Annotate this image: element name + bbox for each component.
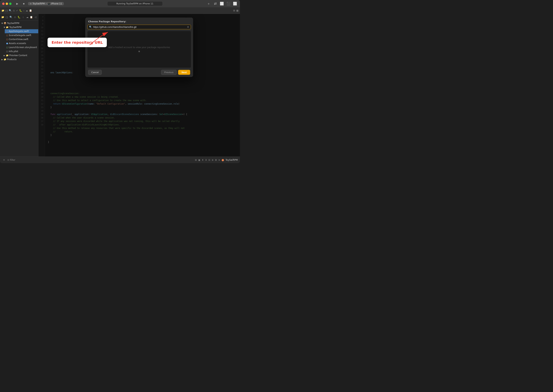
run-status: Running ToySwiftPM on iPhone 11 — [107, 2, 162, 6]
bottom-icon-8: ➤ — [218, 159, 220, 161]
device-icon: 📱 — [48, 2, 50, 5]
dialog-overlay: Choose Package Repository: 🔍 ✕ Add a hos… — [38, 14, 240, 156]
tree-root[interactable]: ▼ 📦 ToySwiftPM — [0, 21, 38, 25]
minimize-button[interactable] — [6, 3, 8, 5]
cancel-button[interactable]: Cancel — [88, 70, 102, 75]
tree-item-contentview[interactable]: ◻ ContentView.swift — [5, 37, 38, 41]
device-name: iPhone 11 — [51, 2, 62, 5]
add-file-button[interactable]: + — [2, 158, 6, 162]
preview-content-label: Preview Content — [9, 54, 27, 57]
bottom-icon-6: ⊕ — [212, 159, 214, 161]
callout-bubble: Enter the repository URL — [48, 38, 107, 47]
scheme-name: ToySwiftPM — [33, 2, 45, 5]
project-folder-icon: 📦 — [4, 22, 7, 25]
file-name-infoplist: Info.plist — [9, 50, 18, 53]
tree-item-scenedelegate[interactable]: ◻ SceneDelegate.swift — [5, 33, 38, 37]
code-btn[interactable]: { } — [6, 9, 8, 12]
layout-button-3[interactable]: ⬛ — [226, 1, 231, 6]
sidebar-folder-btn[interactable]: 📁 — [1, 15, 4, 19]
empty-state-text: Add a hosted account to view your packag… — [108, 46, 170, 49]
sidebar-debug-btn[interactable]: 🐛 — [17, 15, 21, 19]
scheme-icon: ⚙ — [30, 3, 32, 5]
bottom-right: ⊞ ▣ ⬆ ⬇ ⊟ ⊕ ⊠ ➤ ⬤ ToySwiftPM — [195, 159, 238, 161]
layout-button-4[interactable]: ⬜ — [232, 1, 238, 6]
chevron-down-icon: ▼ — [1, 22, 3, 24]
file-name-launchscreen: LaunchScreen.storyboard — [9, 46, 37, 49]
device-separator: › — [46, 2, 47, 5]
dialog-footer: Cancel Previous Next — [85, 68, 193, 77]
sidebar-search-btn[interactable]: 🔍 — [9, 15, 13, 19]
repository-url-input[interactable] — [93, 26, 186, 28]
main-toolbar: ▶ ■ — [14, 1, 27, 6]
file-name-contentview: ContentView.swift — [9, 38, 28, 41]
package-repository-dialog: Choose Package Repository: 🔍 ✕ Add a hos… — [85, 18, 193, 77]
sidebar-toolbar: 📁 { } 🔍 ⚠ 🐛 ↕ ☁ 📋 ◁ — [0, 14, 38, 21]
bottom-bar: + ⊙ Filter ⊞ ▣ ⬆ ⬇ ⊟ ⊕ ⊠ ➤ ⬤ ToySwiftPM — [0, 156, 240, 163]
tree-item-appdelegate[interactable]: ◻ AppDelegate.swift — [5, 29, 38, 33]
layout-button-1[interactable]: ⇄ — [212, 1, 218, 6]
chevron-right-icon-preview: ▶ — [4, 55, 5, 56]
sidebar: 📁 { } 🔍 ⚠ 🐛 ↕ ☁ 📋 ◁ ▼ 📦 ToySwiftPM ▼ 📁 T… — [0, 14, 38, 156]
scheme-name-bottom: ToySwiftPM — [225, 159, 238, 161]
file-name-appdelegate: AppDelegate.swift — [9, 30, 29, 33]
project-icon: 📁 — [6, 26, 9, 28]
swift-file-icon-2: ◻ — [6, 34, 8, 36]
report-btn[interactable]: 📋 — [29, 9, 32, 12]
bottom-icon-2: ▣ — [198, 159, 200, 161]
titlebar: ▶ ■ ⚙ ToySwiftPM › 📱 iPhone 11 Running T… — [0, 0, 240, 7]
split-editor-btn[interactable]: ⊞ — [233, 9, 235, 12]
bottom-icon-7: ⊠ — [215, 159, 217, 161]
preview-folder-icon: 📁 — [6, 54, 9, 57]
bottom-icon-1: ⊞ — [195, 159, 197, 161]
debug-btn[interactable]: 🐛 — [19, 9, 22, 12]
plist-icon: ◻ — [6, 50, 8, 53]
sidebar-code-btn[interactable]: { } — [5, 15, 8, 19]
magnifier-icon: 🔍 — [89, 26, 92, 28]
previous-button[interactable]: Previous — [161, 70, 177, 75]
sidebar-report-btn[interactable]: 📋 — [30, 15, 33, 19]
bottom-left: + ⊙ Filter — [2, 158, 15, 162]
file-name-scenedelegate: SceneDelegate.swift — [9, 34, 31, 36]
products-label: Products — [7, 58, 17, 61]
scheme-selector[interactable]: ⚙ ToySwiftPM › 📱 iPhone 11 — [28, 2, 64, 5]
add-button[interactable]: ＋ — [206, 1, 211, 6]
tree-item-preview-content[interactable]: ▶ 📁 Preview Content — [2, 53, 38, 57]
sidebar-source-btn[interactable]: ↕ — [21, 15, 25, 19]
stop-button[interactable]: ■ — [21, 1, 27, 6]
tree-item-infoplist[interactable]: ◻ Info.plist — [5, 49, 38, 53]
products-folder-icon: 📁 — [4, 58, 7, 61]
next-button[interactable]: Next — [178, 70, 190, 75]
bottom-icon-5: ⊟ — [209, 159, 210, 161]
warn-btn[interactable]: ⚠ — [13, 9, 15, 12]
chevron-down-icon-2: ▼ — [4, 26, 5, 28]
swift-file-icon-1: ◻ — [6, 30, 8, 33]
tree-project[interactable]: ▼ 📁 ToySwiftPM — [2, 25, 38, 29]
main-content: 📁 { } 🔍 ⚠ 🐛 ↕ ☁ 📋 ◁ ▼ 📦 ToySwiftPM ▼ 📁 T… — [0, 14, 240, 156]
source-btn[interactable]: ↕ — [23, 9, 25, 12]
secondary-toolbar: 📁 { } 🔍 ⚠ ✓ 🐛 ↕ ☁ 📋 ⊞ ▦ — [0, 7, 240, 14]
search-bar[interactable]: 🔍 ✕ — [87, 25, 191, 29]
tree-item-launchscreen[interactable]: ◻ LaunchScreen.storyboard — [5, 45, 38, 49]
dialog-title: Choose Package Repository: — [85, 18, 193, 23]
sidebar-env-btn[interactable]: ☁ — [26, 15, 29, 19]
env-btn[interactable]: ☁ — [26, 9, 28, 12]
bottom-icon-3: ⬆ — [202, 159, 203, 161]
tree-item-products[interactable]: ▶ 📁 Products — [0, 57, 38, 62]
filter-area: ⊙ Filter — [7, 159, 15, 161]
folder-btn[interactable]: 📁 — [1, 9, 4, 12]
search-btn[interactable]: 🔍 — [9, 9, 12, 12]
layout-button-2[interactable]: ⬜ — [219, 1, 224, 6]
fullscreen-button[interactable] — [9, 3, 12, 5]
xcassets-icon: ◼ — [6, 42, 8, 45]
tree-item-assets[interactable]: ◼ Assets.xcassets — [5, 41, 38, 45]
dialog-nav-buttons: Previous Next — [161, 70, 190, 75]
sidebar-collapse-btn[interactable]: ◁ — [34, 15, 37, 19]
test-btn[interactable]: ✓ — [16, 9, 18, 12]
close-button[interactable] — [2, 3, 5, 5]
add-account-button[interactable]: ⊕ — [138, 50, 140, 53]
clear-input-button[interactable]: ✕ — [187, 26, 189, 28]
run-button[interactable]: ▶ — [14, 1, 20, 6]
file-tree: ▼ 📦 ToySwiftPM ▼ 📁 ToySwiftPM ◻ AppDeleg… — [0, 21, 38, 156]
sidebar-warn-btn[interactable]: ⚠ — [13, 15, 17, 19]
inspector-btn[interactable]: ▦ — [236, 9, 238, 12]
